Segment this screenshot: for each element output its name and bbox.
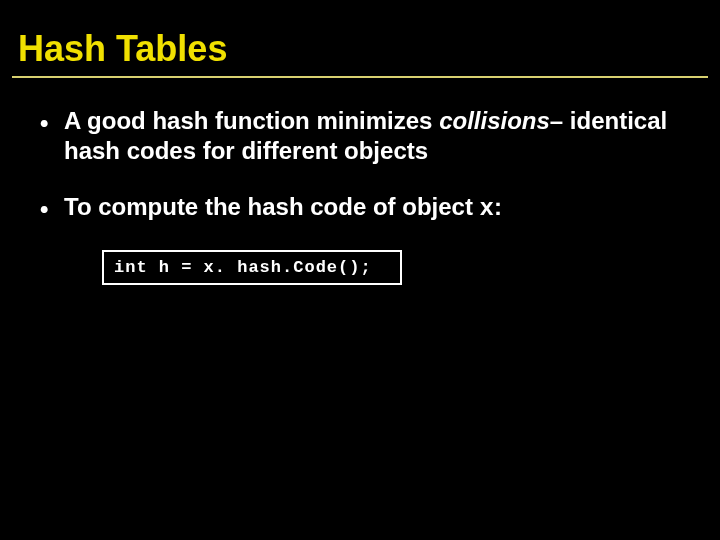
mono-text: x (480, 195, 494, 222)
text-run: : (494, 193, 502, 220)
code-block: int h = x. hash.Code(); (102, 250, 402, 285)
bullet-item: • To compute the hash code of object x: (40, 192, 680, 224)
text-run: A good hash function minimizes (64, 107, 439, 134)
bullet-dot: • (40, 106, 64, 138)
bullet-dot: • (40, 192, 64, 224)
bullet-item: • A good hash function minimizes collisi… (40, 106, 680, 166)
slide: Hash Tables • A good hash function minim… (0, 0, 720, 540)
bullet-text: To compute the hash code of object x: (64, 192, 680, 224)
text-run: To compute the hash code of object (64, 193, 480, 220)
slide-title: Hash Tables (0, 0, 720, 76)
slide-body: • A good hash function minimizes collisi… (0, 78, 720, 285)
italic-text: collisions (439, 107, 550, 134)
bullet-text: A good hash function minimizes collision… (64, 106, 680, 166)
